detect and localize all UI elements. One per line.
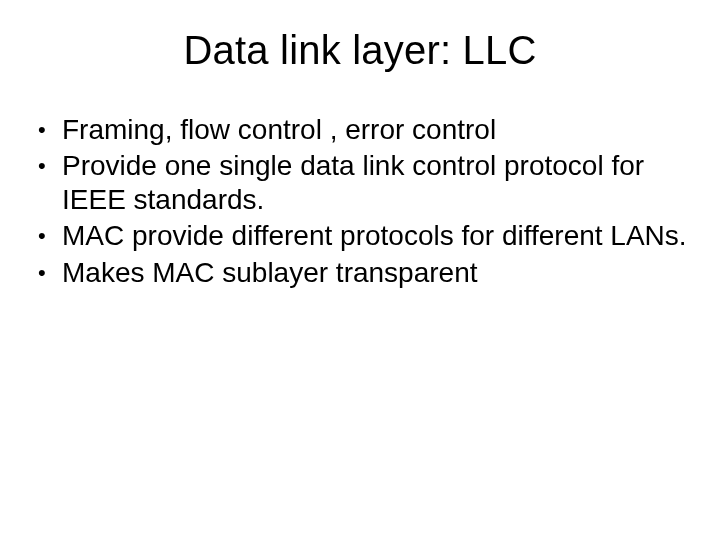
list-item: Framing, flow control , error control <box>34 113 690 147</box>
list-item: MAC provide different protocols for diff… <box>34 219 690 253</box>
list-item: Provide one single data link control pro… <box>34 149 690 217</box>
slide: Data link layer: LLC Framing, flow contr… <box>0 0 720 540</box>
slide-title: Data link layer: LLC <box>30 28 690 73</box>
bullet-list: Framing, flow control , error control Pr… <box>34 113 690 290</box>
list-item: Makes MAC sublayer transparent <box>34 256 690 290</box>
